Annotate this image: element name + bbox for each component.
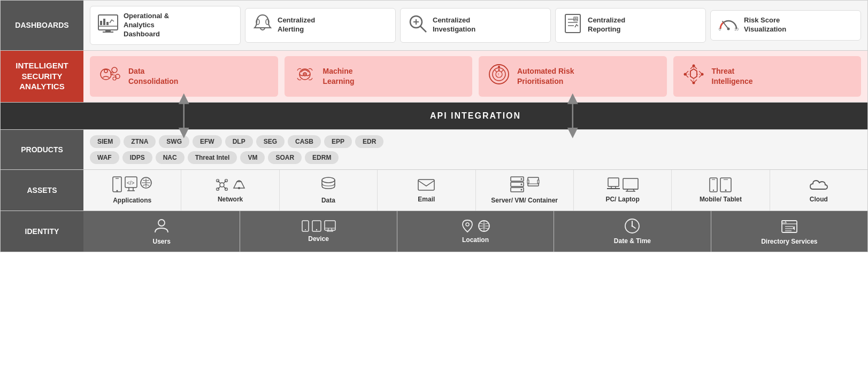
- svg-point-81: [520, 183, 522, 185]
- svg-point-52: [692, 64, 695, 67]
- network-icons: [214, 177, 247, 192]
- svg-rect-85: [527, 180, 529, 183]
- network-label: Network: [218, 196, 243, 203]
- product-vm[interactable]: VM: [240, 151, 265, 164]
- product-waf[interactable]: WAF: [90, 151, 119, 164]
- svg-rect-87: [608, 178, 619, 186]
- svg-line-110: [332, 228, 332, 231]
- dashboard-card-investigation[interactable]: CentralizedInvestigation: [400, 8, 551, 43]
- identity-label: IDENTITY: [1, 211, 83, 252]
- dashboard-card-alerting[interactable]: CentralizedAlerting: [245, 8, 396, 43]
- svg-rect-5: [103, 19, 105, 25]
- asset-cloud[interactable]: Cloud: [770, 170, 867, 211]
- product-edr[interactable]: EDR: [355, 135, 383, 148]
- product-nac[interactable]: NAC: [156, 151, 185, 164]
- product-soar[interactable]: SOAR: [268, 151, 302, 164]
- reporting-label: CentralizedReporting: [588, 16, 625, 34]
- svg-line-41: [501, 70, 503, 72]
- svg-rect-107: [325, 221, 335, 230]
- asset-data[interactable]: Data: [280, 170, 378, 211]
- dashboard-card-operational[interactable]: Operational &AnalyticsDashboard: [90, 6, 241, 45]
- svg-point-54: [683, 73, 686, 75]
- svg-point-21: [727, 27, 730, 30]
- product-dlp[interactable]: DLP: [225, 135, 253, 148]
- dashboard-card-riskscore[interactable]: 0 10 Risk ScoreVisualization: [710, 10, 861, 41]
- reporting-icon: [563, 14, 582, 37]
- cloud-icons: [809, 177, 828, 192]
- isa-card-threat-intelligence[interactable]: ThreatIntelligence: [673, 56, 862, 97]
- product-threat-intel[interactable]: Threat Intel: [188, 151, 237, 164]
- identity-directory[interactable]: Directory Services: [711, 211, 867, 252]
- asset-mobile-tablet[interactable]: Mobile/ Tablet: [672, 170, 770, 211]
- threat-intelligence-label: ThreatIntelligence: [712, 66, 753, 85]
- isa-row: INTELLIGENTSECURITYANALYTICS: [1, 51, 867, 103]
- directory-icons: [781, 217, 798, 235]
- svg-point-106: [316, 229, 317, 230]
- product-ztna[interactable]: ZTNA: [124, 135, 156, 148]
- identity-device[interactable]: Device: [240, 211, 397, 252]
- api-text: API INTEGRATION: [430, 111, 521, 121]
- api-content: API INTEGRATION: [83, 103, 867, 129]
- products-content: SIEM ZTNA SWG EFW DLP SEG CASB EPP EDR W…: [83, 130, 867, 169]
- asset-applications[interactable]: </> Applications: [83, 170, 181, 211]
- mobile-tablet-label: Mobile/ Tablet: [700, 196, 742, 203]
- products-row2: WAF IDPS NAC Threat Intel VM SOAR EDRM: [90, 151, 339, 164]
- isa-content: DataConsolidation: [83, 51, 867, 102]
- svg-rect-76: [418, 180, 434, 190]
- svg-line-20: [723, 21, 728, 29]
- isa-card-data-consolidation[interactable]: DataConsolidation: [90, 56, 278, 97]
- svg-point-42: [498, 66, 500, 68]
- product-edrm[interactable]: EDRM: [305, 151, 339, 164]
- users-icons: [153, 217, 170, 235]
- api-label: [1, 103, 83, 129]
- riskscore-icon: 0 10: [718, 16, 739, 35]
- products-label: PRODUCTS: [1, 130, 83, 169]
- isa-label: INTELLIGENTSECURITYANALYTICS: [1, 51, 83, 102]
- applications-icons: </>: [112, 176, 152, 193]
- product-siem[interactable]: SIEM: [90, 135, 120, 148]
- datetime-label: Date & Time: [614, 237, 651, 245]
- assets-content: </> Applications: [83, 170, 867, 211]
- svg-point-97: [713, 189, 714, 190]
- dashboards-row: DASHBOARDS Operational &AnalyticsDa: [1, 1, 867, 51]
- alerting-label: CentralizedAlerting: [278, 16, 315, 34]
- product-casb[interactable]: CASB: [288, 135, 321, 148]
- asset-network[interactable]: Network: [181, 170, 279, 211]
- data-label: Data: [321, 197, 335, 204]
- device-label: Device: [308, 235, 329, 243]
- isa-card-machine-learning[interactable]: MachineLearning: [285, 56, 473, 97]
- asset-pc-laptop[interactable]: PC/ Laptop: [574, 170, 672, 211]
- identity-location[interactable]: Location: [397, 211, 554, 252]
- svg-point-102: [158, 220, 165, 226]
- email-label: Email: [418, 196, 435, 203]
- product-idps[interactable]: IDPS: [122, 151, 152, 164]
- asset-email[interactable]: Email: [378, 170, 475, 211]
- svg-text:0: 0: [719, 27, 721, 31]
- data-icons: [320, 176, 336, 193]
- identity-users[interactable]: Users: [83, 211, 240, 252]
- product-seg[interactable]: SEG: [256, 135, 285, 148]
- svg-point-58: [117, 190, 118, 191]
- dashboards-content: Operational &AnalyticsDashboard Centrali…: [83, 1, 867, 50]
- svg-point-74: [238, 187, 240, 189]
- svg-point-25: [104, 69, 107, 73]
- product-epp[interactable]: EPP: [324, 135, 352, 148]
- assets-label: ASSETS: [1, 170, 83, 211]
- product-efw[interactable]: EFW: [193, 135, 222, 148]
- dashboard-card-reporting[interactable]: CentralizedReporting: [555, 8, 706, 43]
- products-row: PRODUCTS SIEM ZTNA SWG EFW DLP SEG CASB …: [1, 130, 867, 170]
- email-icons: [418, 177, 435, 192]
- risk-prioritisation-icon: !: [487, 63, 511, 90]
- data-consolidation-icon: [98, 63, 122, 90]
- svg-point-112: [466, 223, 469, 226]
- product-swg[interactable]: SWG: [159, 135, 189, 148]
- svg-line-10: [420, 26, 426, 32]
- isa-card-risk-prioritisation[interactable]: ! Automated RiskPrioritisation: [479, 56, 667, 97]
- asset-server[interactable]: Server/ VM/ Container: [476, 170, 574, 211]
- assets-row: ASSETS </>: [1, 170, 867, 211]
- main-container: DASHBOARDS Operational &AnalyticsDa: [0, 0, 868, 252]
- investigation-icon: [408, 14, 427, 37]
- svg-rect-4: [100, 21, 102, 25]
- identity-row: IDENTITY Users: [1, 211, 867, 252]
- identity-datetime[interactable]: Date & Time: [554, 211, 711, 252]
